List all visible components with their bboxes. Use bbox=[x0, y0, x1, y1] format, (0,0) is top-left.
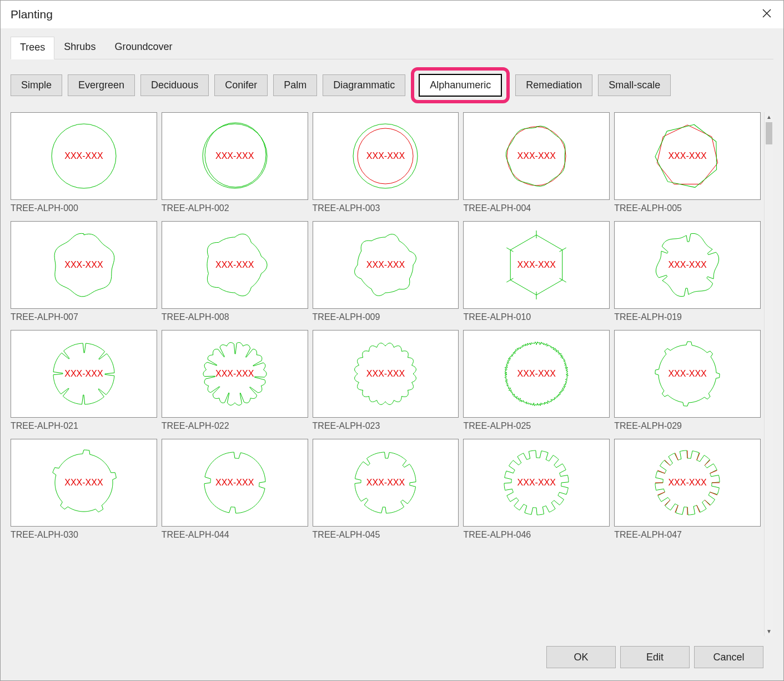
tab-trees[interactable]: Trees bbox=[11, 37, 54, 59]
svg-line-19 bbox=[657, 492, 665, 495]
svg-line-8 bbox=[560, 278, 566, 282]
tile-thumb[interactable]: XXX-XXX bbox=[162, 221, 308, 309]
tab-groundcover[interactable]: Groundcover bbox=[105, 36, 182, 59]
primary-tabs: TreesShrubsGroundcover bbox=[11, 36, 773, 59]
tile-tree-alph-044: XXX-XXXTREE-ALPH-044 bbox=[162, 439, 308, 540]
svg-line-7 bbox=[560, 248, 566, 252]
category-simple[interactable]: Simple bbox=[11, 74, 62, 96]
category-diagrammatic[interactable]: Diagrammatic bbox=[323, 74, 405, 96]
dialog-footer: OK Edit Cancel bbox=[11, 636, 773, 680]
svg-line-18 bbox=[665, 500, 670, 505]
tile-thumb[interactable]: XXX-XXX bbox=[11, 330, 157, 418]
tile-thumb[interactable]: XXX-XXX bbox=[11, 112, 157, 200]
tile-thumb[interactable]: XXX-XXX bbox=[162, 112, 308, 200]
svg-line-26 bbox=[705, 460, 710, 465]
svg-line-13 bbox=[710, 492, 717, 495]
category-tabs: SimpleEvergreenDeciduousConiferPalmDiagr… bbox=[11, 67, 773, 103]
tile-thumb[interactable]: XXX-XXX bbox=[463, 439, 610, 527]
tile-thumb[interactable]: XXX-XXX bbox=[463, 221, 610, 309]
tile-label: TREE-ALPH-010 bbox=[463, 309, 610, 322]
category-palm[interactable]: Palm bbox=[273, 74, 317, 96]
close-icon bbox=[762, 8, 772, 21]
tab-shrubs[interactable]: Shrubs bbox=[54, 36, 105, 59]
svg-line-15 bbox=[697, 505, 700, 513]
highlight-ring: Alphanumeric bbox=[411, 67, 510, 103]
scrollbar[interactable]: ▲ ▼ bbox=[764, 112, 773, 636]
cancel-button[interactable]: Cancel bbox=[694, 646, 763, 668]
tile-tree-alph-029: XXX-XXXTREE-ALPH-029 bbox=[614, 330, 761, 431]
tile-thumb[interactable]: XXX-XXX bbox=[11, 221, 157, 309]
tile-tree-alph-021: XXX-XXXTREE-ALPH-021 bbox=[11, 330, 157, 431]
tile-label: TREE-ALPH-046 bbox=[463, 527, 610, 540]
grid-area: XXX-XXXTREE-ALPH-000XXX-XXXTREE-ALPH-002… bbox=[11, 112, 773, 636]
scroll-down-arrow-icon[interactable]: ▼ bbox=[765, 627, 773, 636]
tile-tree-alph-022: XXX-XXXTREE-ALPH-022 bbox=[162, 330, 308, 431]
tile-thumb[interactable]: XXX-XXX bbox=[463, 330, 610, 418]
svg-line-10 bbox=[507, 278, 514, 282]
tile-label: TREE-ALPH-047 bbox=[614, 527, 761, 540]
tile-label: TREE-ALPH-044 bbox=[162, 527, 308, 540]
category-alphanumeric[interactable]: Alphanumeric bbox=[419, 74, 502, 97]
tile-thumb[interactable]: XXX-XXX bbox=[11, 439, 157, 527]
tile-thumb[interactable]: XXX-XXX bbox=[313, 221, 459, 309]
tile-label: TREE-ALPH-002 bbox=[162, 200, 308, 213]
tile-label: TREE-ALPH-007 bbox=[11, 309, 157, 322]
tile-thumb[interactable]: XXX-XXX bbox=[313, 439, 459, 527]
tile-label: TREE-ALPH-003 bbox=[313, 200, 459, 213]
tile-label: TREE-ALPH-022 bbox=[162, 418, 308, 431]
tile-tree-alph-004: XXX-XXXTREE-ALPH-004 bbox=[463, 112, 610, 213]
tile-label: TREE-ALPH-004 bbox=[463, 200, 610, 213]
tile-thumb[interactable]: XXX-XXX bbox=[313, 330, 459, 418]
tile-tree-alph-008: XXX-XXXTREE-ALPH-008 bbox=[162, 221, 308, 322]
tile-label: TREE-ALPH-025 bbox=[463, 418, 610, 431]
svg-point-3 bbox=[353, 124, 418, 188]
tile-thumb[interactable]: XXX-XXX bbox=[614, 439, 761, 527]
tile-label: TREE-ALPH-008 bbox=[162, 309, 308, 322]
category-small-scale[interactable]: Small-scale bbox=[598, 74, 671, 96]
planting-dialog: Planting TreesShrubsGroundcover SimpleEv… bbox=[0, 0, 784, 681]
scroll-up-arrow-icon[interactable]: ▲ bbox=[765, 112, 773, 122]
tile-label: TREE-ALPH-019 bbox=[614, 309, 761, 322]
category-evergreen[interactable]: Evergreen bbox=[68, 74, 135, 96]
tile-label: TREE-ALPH-005 bbox=[614, 200, 761, 213]
tile-thumb[interactable]: XXX-XXX bbox=[463, 112, 610, 200]
titlebar: Planting bbox=[1, 1, 783, 28]
edit-button[interactable]: Edit bbox=[620, 646, 690, 668]
tile-tree-alph-000: XXX-XXXTREE-ALPH-000 bbox=[11, 112, 157, 213]
tile-thumb[interactable]: XXX-XXX bbox=[614, 330, 761, 418]
tile-label: TREE-ALPH-029 bbox=[614, 418, 761, 431]
svg-line-23 bbox=[675, 453, 678, 460]
svg-line-14 bbox=[705, 500, 710, 505]
tile-label: TREE-ALPH-009 bbox=[313, 309, 459, 322]
tile-thumb[interactable]: XXX-XXX bbox=[614, 112, 761, 200]
svg-line-22 bbox=[665, 460, 670, 465]
svg-line-11 bbox=[507, 248, 514, 252]
category-conifer[interactable]: Conifer bbox=[214, 74, 268, 96]
tile-thumb[interactable]: XXX-XXX bbox=[313, 112, 459, 200]
category-deciduous[interactable]: Deciduous bbox=[140, 74, 209, 96]
tile-label: TREE-ALPH-000 bbox=[11, 200, 157, 213]
tile-tree-alph-046: XXX-XXXTREE-ALPH-046 bbox=[463, 439, 610, 540]
tile-tree-alph-002: XXX-XXXTREE-ALPH-002 bbox=[162, 112, 308, 213]
svg-line-17 bbox=[675, 505, 678, 513]
window-title: Planting bbox=[11, 8, 53, 21]
tile-grid: XXX-XXXTREE-ALPH-000XXX-XXXTREE-ALPH-002… bbox=[11, 112, 764, 636]
tile-tree-alph-047: XXX-XXXTREE-ALPH-047 bbox=[614, 439, 761, 540]
svg-line-21 bbox=[657, 470, 665, 473]
tile-tree-alph-005: XXX-XXXTREE-ALPH-005 bbox=[614, 112, 761, 213]
tile-thumb[interactable]: XXX-XXX bbox=[162, 439, 308, 527]
scroll-thumb[interactable] bbox=[766, 122, 772, 144]
tile-label: TREE-ALPH-023 bbox=[313, 418, 459, 431]
tile-thumb[interactable]: XXX-XXX bbox=[162, 330, 308, 418]
category-remediation[interactable]: Remediation bbox=[515, 74, 592, 96]
tile-tree-alph-019: XXX-XXXTREE-ALPH-019 bbox=[614, 221, 761, 322]
tile-label: TREE-ALPH-045 bbox=[313, 527, 459, 540]
svg-point-0 bbox=[52, 124, 116, 188]
close-button[interactable] bbox=[756, 3, 778, 26]
tile-tree-alph-009: XXX-XXXTREE-ALPH-009 bbox=[313, 221, 459, 322]
tile-tree-alph-007: XXX-XXXTREE-ALPH-007 bbox=[11, 221, 157, 322]
ok-button[interactable]: OK bbox=[546, 646, 616, 668]
tile-tree-alph-025: XXX-XXXTREE-ALPH-025 bbox=[463, 330, 610, 431]
tile-thumb[interactable]: XXX-XXX bbox=[614, 221, 761, 309]
svg-point-4 bbox=[358, 128, 413, 184]
